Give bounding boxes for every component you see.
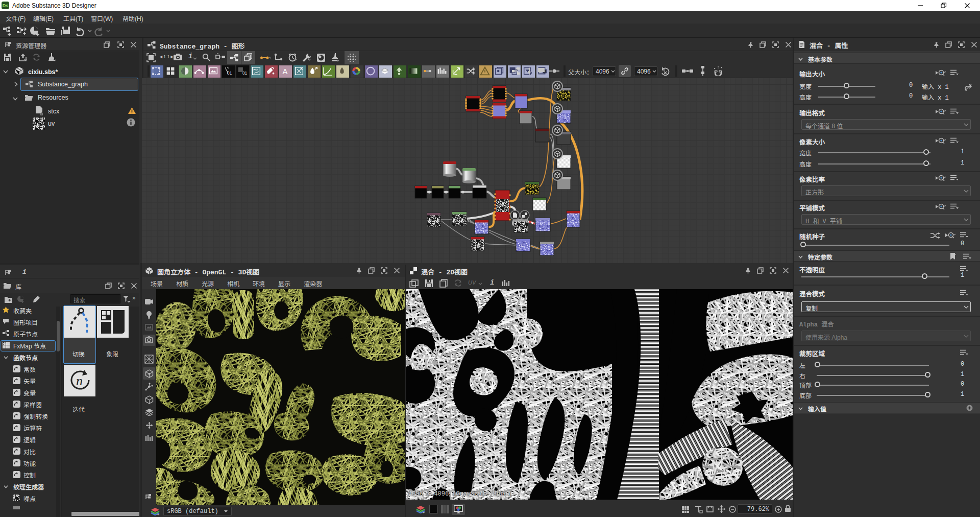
svg-text:01: 01 (227, 71, 232, 76)
svg-text:n: n (76, 373, 83, 388)
svg-text:01: 01 (242, 71, 248, 76)
svg-text:A: A (282, 67, 287, 76)
